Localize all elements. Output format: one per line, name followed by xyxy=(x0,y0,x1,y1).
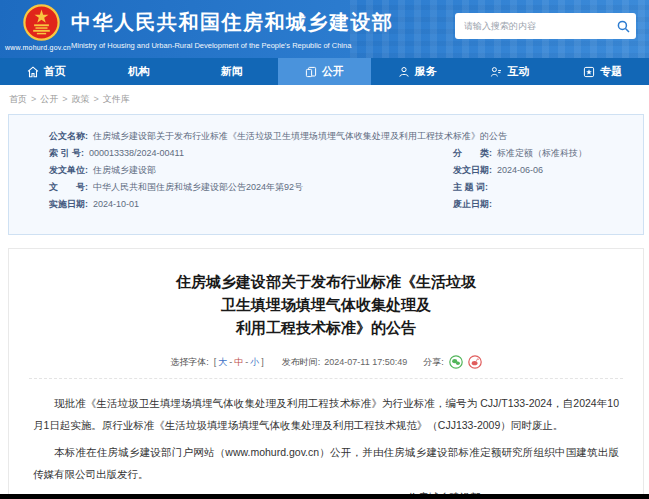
person-icon xyxy=(398,66,410,78)
breadcrumb: 首页>公开>政策>文件库 xyxy=(0,85,649,106)
nav-item-label: 服务 xyxy=(415,64,437,79)
article-title-line: 卫生填埋场填埋气体收集处理及 xyxy=(221,296,431,313)
meta-label: 索 引 号: xyxy=(49,145,84,162)
document-icon xyxy=(305,66,317,78)
breadcrumb-policy[interactable]: 政策 xyxy=(72,94,90,104)
article-paragraph-1: 现批准《生活垃圾卫生填埋场填埋气体收集处理及利用工程技术标准》为行业标准，编号为… xyxy=(33,392,619,436)
nav-item-label: 首页 xyxy=(44,64,66,79)
site-title: 中华人民共和国住房和城乡建设部 xyxy=(71,9,394,36)
font-size-large-button[interactable]: 大 xyxy=(218,356,227,369)
national-emblem-icon xyxy=(23,4,60,41)
breadcrumb-separator: > xyxy=(62,94,67,104)
font-size-medium-button[interactable]: 中 xyxy=(234,356,243,369)
meta-label: 实施日期: xyxy=(49,196,88,213)
article-toolbar: 选择字体: [ 大 - 中 - 小 ] 发布时间: 2024-07-11 17:… xyxy=(9,355,643,369)
breadcrumb-separator: > xyxy=(94,94,99,104)
breadcrumb-separator: > xyxy=(31,94,36,104)
site-identity: 中华人民共和国住房和城乡建设部 Ministry of Housing and … xyxy=(71,9,394,50)
publish-time: 2024-07-11 17:50:49 xyxy=(324,357,407,367)
meta-value: 中华人民共和国住房和城乡建设部公告2024年第92号 xyxy=(93,179,303,196)
meta-label: 发文日期: xyxy=(453,162,492,179)
meta-row: 实施日期:2024-10-01 废止日期: xyxy=(49,196,629,213)
home-icon xyxy=(27,66,39,78)
article-title-line: 住房城乡建设部关于发布行业标准《生活垃圾 xyxy=(176,273,476,290)
site-header: www.mohurd.gov.cn 中华人民共和国住房和城乡建设部 Minist… xyxy=(0,0,649,58)
nav-item-home[interactable]: 首页 xyxy=(0,58,93,85)
meta-label: 废止日期: xyxy=(453,196,492,213)
nav-item-label: 互动 xyxy=(507,64,529,79)
nav-item-orgs[interactable]: 机构 xyxy=(93,58,186,85)
site-subtitle: Ministry of Housing and Urban-Rural Deve… xyxy=(71,41,394,50)
meta-row: 文 号:中华人民共和国住房和城乡建设部公告2024年第92号 主 题 词: xyxy=(49,179,629,196)
meta-label: 分 类: xyxy=(453,145,492,162)
screenshot-bottom-edge xyxy=(0,494,649,499)
article-title: 住房城乡建设部关于发布行业标准《生活垃圾 卫生填埋场填埋气体收集处理及 利用工程… xyxy=(39,270,613,339)
person-chat-icon xyxy=(490,66,502,78)
nav-item-interaction[interactable]: 互动 xyxy=(464,58,557,85)
article-paragraph-2: 本标准在住房城乡建设部门户网站（www.mohurd.gov.cn）公开，并由住… xyxy=(33,441,619,485)
meta-value: 住房城乡建设部关于发布行业标准《生活垃圾卫生填埋场填埋气体收集处理及利用工程技术… xyxy=(93,128,507,145)
site-url: www.mohurd.gov.cn xyxy=(5,44,71,51)
meta-value: 2024-06-06 xyxy=(497,162,543,179)
nav-item-topics[interactable]: 专题 xyxy=(556,58,649,85)
nav-item-label: 机构 xyxy=(128,64,150,79)
breadcrumb-disclosure[interactable]: 公开 xyxy=(40,94,58,104)
meta-label: 主 题 词: xyxy=(453,179,488,196)
nav-item-label: 专题 xyxy=(600,64,622,79)
breadcrumb-current: 文件库 xyxy=(103,94,130,104)
nav-item-label: 公开 xyxy=(322,64,344,79)
nav-item-services[interactable]: 服务 xyxy=(371,58,464,85)
article-panel: 住房城乡建设部关于发布行业标准《生活垃圾 卫生填埋场填埋气体收集处理及 利用工程… xyxy=(8,248,644,499)
meta-label: 公文名称: xyxy=(49,128,88,145)
title-divider xyxy=(29,378,623,379)
bracket-close: ] xyxy=(261,357,264,367)
search-input[interactable] xyxy=(455,21,610,31)
meta-value: 2024-10-01 xyxy=(93,196,139,213)
meta-label: 文 号: xyxy=(49,179,88,196)
nav-item-disclosure[interactable]: 公开 xyxy=(278,58,371,85)
meta-value: 住房城乡建设部 xyxy=(93,162,156,179)
search-box xyxy=(455,13,636,39)
page: www.mohurd.gov.cn 中华人民共和国住房和城乡建设部 Minist… xyxy=(0,0,649,106)
main-nav: 首页 机构 新闻 公开 服务 互动 xyxy=(0,58,649,85)
star-square-icon xyxy=(583,66,595,78)
meta-row-doc-name: 公文名称: 住房城乡建设部关于发布行业标准《生活垃圾卫生填埋场填埋气体收集处理及… xyxy=(49,128,629,145)
share-label: 分享: xyxy=(423,356,444,369)
search-icon[interactable] xyxy=(610,13,636,39)
meta-row: 发文单位:住房城乡建设部 发文日期:2024-06-06 xyxy=(49,162,629,179)
breadcrumb-home[interactable]: 首页 xyxy=(9,94,27,104)
nav-item-label: 新闻 xyxy=(221,64,243,79)
dash: - xyxy=(229,357,232,367)
nav-item-news[interactable]: 新闻 xyxy=(185,58,278,85)
font-size-small-button[interactable]: 小 xyxy=(250,356,259,369)
font-size-label: 选择字体: xyxy=(170,356,209,369)
wechat-share-icon[interactable] xyxy=(449,355,463,369)
bracket-open: [ xyxy=(214,357,217,367)
meta-label: 发文单位: xyxy=(49,162,88,179)
meta-value: 000013338/2024-00411 xyxy=(89,145,184,162)
weibo-share-icon[interactable] xyxy=(468,355,482,369)
meta-row: 索 引 号:000013338/2024-00411 分 类:标准定额（标准科技… xyxy=(49,145,629,162)
meta-value: 标准定额（标准科技） xyxy=(497,145,587,162)
article-title-line: 利用工程技术标准》的公告 xyxy=(236,319,416,336)
dash: - xyxy=(245,357,248,367)
doc-meta-panel: 公文名称: 住房城乡建设部关于发布行业标准《生活垃圾卫生填埋场填埋气体收集处理及… xyxy=(8,114,644,235)
publish-time-label: 发布时间: xyxy=(282,356,321,369)
